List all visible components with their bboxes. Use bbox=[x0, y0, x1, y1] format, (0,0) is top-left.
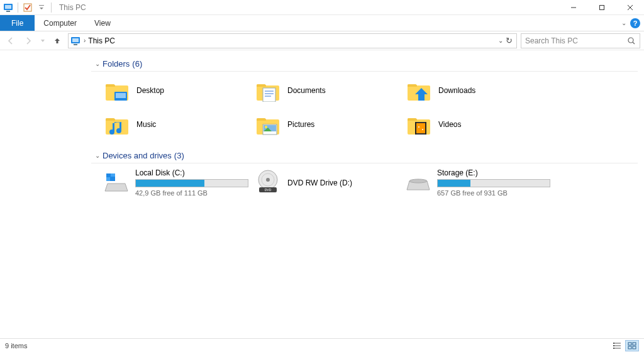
back-button[interactable] bbox=[4, 34, 18, 48]
refresh-icon[interactable]: ↻ bbox=[506, 36, 513, 45]
system-icon[interactable] bbox=[3, 2, 14, 13]
section-drives-count: (3) bbox=[174, 151, 184, 160]
folder-icon bbox=[255, 77, 281, 104]
svg-point-28 bbox=[422, 129, 423, 130]
chevron-down-icon: ⌄ bbox=[95, 152, 100, 159]
drive-icon bbox=[406, 168, 431, 195]
close-button[interactable] bbox=[616, 0, 644, 15]
drive-name: DVD RW Drive (D:) bbox=[287, 179, 397, 187]
folder-label: Desktop bbox=[136, 86, 164, 95]
drive-capacity-bar bbox=[437, 179, 550, 187]
tab-file[interactable]: File bbox=[0, 15, 35, 31]
folder-icon bbox=[406, 111, 432, 138]
tab-computer[interactable]: Computer bbox=[35, 15, 86, 31]
breadcrumb-location[interactable]: This PC bbox=[88, 36, 115, 45]
folder-icon bbox=[255, 111, 281, 138]
recent-dropdown[interactable] bbox=[39, 34, 47, 48]
search-box[interactable] bbox=[521, 33, 640, 48]
folder-label: Pictures bbox=[287, 120, 314, 129]
folder-icon bbox=[104, 77, 130, 104]
folder-label: Music bbox=[136, 120, 156, 129]
navigation-pane bbox=[0, 50, 91, 338]
section-folders-label: Folders bbox=[103, 59, 130, 69]
address-dropdown-icon[interactable]: ⌄ bbox=[498, 37, 503, 44]
svg-point-39 bbox=[409, 179, 427, 183]
svg-point-36 bbox=[266, 178, 270, 182]
drive-icon bbox=[104, 168, 129, 195]
folder-item-desktop[interactable]: Desktop bbox=[103, 75, 247, 106]
svg-rect-44 bbox=[613, 345, 614, 346]
svg-rect-24 bbox=[416, 123, 425, 133]
svg-rect-25 bbox=[415, 122, 416, 135]
forward-button[interactable] bbox=[21, 34, 35, 48]
location-icon bbox=[70, 36, 81, 46]
svg-rect-11 bbox=[74, 44, 77, 45]
folder-item-music[interactable]: Music bbox=[103, 109, 247, 140]
title-bar: This PC bbox=[0, 0, 644, 15]
drive-item[interactable]: DVDDVD RW Drive (D:) bbox=[253, 167, 398, 198]
svg-rect-30 bbox=[106, 173, 110, 177]
minimize-button[interactable] bbox=[559, 0, 587, 15]
svg-point-27 bbox=[418, 126, 419, 128]
folder-label: Downloads bbox=[438, 86, 475, 95]
folder-item-documents[interactable]: Documents bbox=[253, 75, 398, 106]
ribbon-tabs: File Computer View ⌄ ? bbox=[0, 15, 644, 31]
svg-rect-32 bbox=[106, 177, 110, 181]
svg-rect-31 bbox=[111, 173, 115, 177]
svg-point-12 bbox=[628, 38, 633, 43]
drive-item[interactable]: Storage (E:)657 GB free of 931 GB bbox=[404, 167, 549, 198]
up-button[interactable] bbox=[50, 34, 64, 48]
svg-rect-45 bbox=[613, 348, 614, 349]
svg-rect-26 bbox=[425, 122, 426, 135]
folder-item-pictures[interactable]: Pictures bbox=[253, 109, 398, 140]
svg-rect-1 bbox=[5, 5, 11, 9]
svg-rect-6 bbox=[599, 5, 604, 9]
chevron-down-icon: ⌄ bbox=[95, 60, 100, 67]
help-icon[interactable]: ? bbox=[630, 18, 640, 28]
svg-text:DVD: DVD bbox=[265, 188, 272, 192]
drive-icon: DVD bbox=[255, 168, 281, 195]
drive-free-text: 657 GB free of 931 GB bbox=[437, 189, 550, 197]
tab-view[interactable]: View bbox=[86, 15, 119, 31]
drive-name: Storage (E:) bbox=[437, 168, 550, 177]
svg-rect-16 bbox=[263, 88, 275, 102]
folder-icon bbox=[104, 111, 130, 138]
tiles-view-button[interactable] bbox=[625, 340, 639, 351]
svg-line-13 bbox=[633, 42, 635, 44]
svg-rect-33 bbox=[111, 177, 115, 181]
address-bar[interactable]: › This PC ⌄ ↻ bbox=[68, 33, 517, 48]
search-icon bbox=[627, 36, 636, 45]
section-drives[interactable]: ⌄ Devices and drives (3) bbox=[91, 148, 638, 163]
status-bar: 9 items bbox=[0, 338, 644, 352]
section-folders-count: (6) bbox=[132, 59, 142, 69]
drive-capacity-bar bbox=[135, 179, 248, 187]
section-folders[interactable]: ⌄ Folders (6) bbox=[91, 57, 638, 72]
folder-icon bbox=[406, 77, 432, 104]
svg-point-22 bbox=[265, 126, 267, 128]
drive-name: Local Disk (C:) bbox=[135, 168, 248, 177]
folder-item-videos[interactable]: Videos bbox=[404, 109, 549, 140]
search-input[interactable] bbox=[525, 36, 627, 45]
svg-rect-4 bbox=[39, 5, 44, 6]
window-title: This PC bbox=[59, 3, 86, 12]
maximize-button[interactable] bbox=[587, 0, 616, 15]
details-view-button[interactable] bbox=[610, 340, 624, 351]
status-item-count: 9 items bbox=[5, 342, 27, 349]
ribbon-collapse-icon[interactable]: ⌄ bbox=[621, 19, 626, 26]
navigation-row: › This PC ⌄ ↻ bbox=[0, 31, 644, 50]
folder-label: Documents bbox=[287, 86, 326, 95]
breadcrumb-sep: › bbox=[84, 37, 86, 44]
qat-dropdown-icon[interactable] bbox=[36, 2, 47, 13]
properties-icon[interactable] bbox=[22, 2, 33, 13]
qat-separator bbox=[18, 3, 18, 13]
folder-item-downloads[interactable]: Downloads bbox=[404, 75, 549, 106]
qat-separator bbox=[51, 3, 52, 13]
svg-rect-10 bbox=[72, 38, 79, 42]
svg-rect-47 bbox=[633, 343, 636, 345]
drive-item[interactable]: Local Disk (C:)42,9 GB free of 111 GB bbox=[103, 167, 247, 198]
svg-rect-46 bbox=[628, 343, 631, 345]
drive-free-text: 42,9 GB free of 111 GB bbox=[135, 189, 248, 197]
svg-rect-49 bbox=[633, 346, 636, 349]
svg-rect-2 bbox=[6, 11, 10, 12]
svg-rect-43 bbox=[613, 343, 614, 344]
